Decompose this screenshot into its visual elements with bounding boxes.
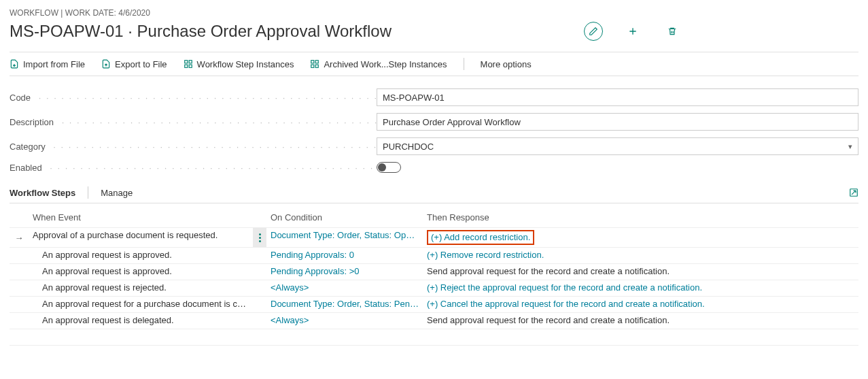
col-header-response[interactable]: Then Response — [423, 210, 858, 225]
category-value: PURCHDOC — [383, 142, 434, 152]
export-label: Export to File — [115, 59, 167, 69]
toolbar-separator — [464, 58, 464, 70]
enabled-label: Enabled — [10, 163, 377, 173]
workflow-steps-grid: When Event On Condition Then Response →A… — [10, 210, 858, 346]
svg-rect-4 — [311, 61, 314, 63]
table-row[interactable]: →Approval of a purchase document is requ… — [10, 228, 858, 248]
chevron-down-icon: ▾ — [848, 142, 852, 151]
row-menu — [253, 297, 266, 312]
table-row[interactable]: An approval request is approved.Pending … — [10, 248, 858, 264]
row-arrow-icon — [10, 280, 29, 296]
row-arrow-icon — [10, 313, 29, 329]
more-options-label: More options — [481, 59, 532, 69]
table-row-empty[interactable] — [10, 329, 858, 346]
svg-rect-3 — [189, 65, 192, 67]
archived-workflow-step-instances-action[interactable]: Archived Work...Step Instances — [310, 59, 447, 69]
event-cell[interactable]: Approval of a purchase document is reque… — [29, 228, 253, 247]
event-cell[interactable]: An approval request is rejected. — [29, 280, 253, 296]
response-cell[interactable]: (+) Add record restriction. — [423, 228, 858, 247]
code-input[interactable] — [377, 88, 858, 106]
code-label: Code — [10, 93, 377, 103]
response-cell[interactable]: Send approval request for the record and… — [423, 264, 858, 280]
description-label: Description — [10, 117, 377, 127]
new-button[interactable] — [623, 22, 642, 41]
svg-rect-1 — [189, 61, 192, 63]
edit-button[interactable] — [584, 22, 603, 41]
col-header-condition[interactable]: On Condition — [266, 210, 423, 225]
grid-icon — [184, 59, 193, 69]
svg-rect-6 — [311, 65, 314, 67]
row-arrow-icon — [10, 264, 29, 280]
event-cell[interactable]: An approval request is delegated. — [29, 313, 253, 329]
svg-rect-5 — [316, 61, 319, 63]
manage-action[interactable]: Manage — [101, 188, 133, 198]
archived-label: Archived Work...Step Instances — [324, 59, 447, 69]
enabled-toggle[interactable] — [377, 162, 401, 173]
workflow-step-instances-action[interactable]: Workflow Step Instances — [184, 59, 294, 69]
condition-cell[interactable]: Document Type: Order, Status: Open, ... — [266, 228, 423, 247]
page-title: MS-POAPW-01 · Purchase Order Approval Wo… — [10, 22, 392, 41]
condition-cell[interactable]: Pending Approvals: 0 — [266, 248, 423, 263]
event-cell[interactable]: An approval request is approved. — [29, 248, 253, 263]
row-menu[interactable] — [253, 228, 266, 247]
response-cell[interactable]: (+) Reject the approval request for the … — [423, 280, 858, 296]
expand-icon[interactable] — [849, 188, 858, 197]
row-arrow-icon: → — [10, 228, 29, 247]
section-title: Workflow Steps — [10, 188, 75, 198]
more-options-action[interactable]: More options — [481, 59, 532, 69]
condition-cell[interactable]: Pending Approvals: >0 — [266, 264, 423, 280]
export-to-file-action[interactable]: Export to File — [101, 59, 167, 69]
breadcrumb: WORKFLOW | WORK DATE: 4/6/2020 — [10, 8, 858, 18]
table-row[interactable]: An approval request is approved.Pending … — [10, 264, 858, 280]
section-separator — [88, 186, 88, 199]
response-cell[interactable]: Send approval request for the record and… — [423, 313, 858, 329]
category-select[interactable]: PURCHDOC ▾ — [377, 137, 858, 155]
response-cell[interactable]: (+) Remove record restriction. — [423, 248, 858, 263]
svg-rect-2 — [184, 65, 187, 67]
delete-button[interactable] — [663, 22, 682, 41]
response-cell[interactable]: (+) Cancel the approval request for the … — [423, 297, 858, 312]
table-row[interactable]: An approval request is rejected.<Always>… — [10, 280, 858, 297]
row-arrow-icon — [10, 248, 29, 263]
col-header-event[interactable]: When Event — [29, 210, 253, 225]
svg-rect-0 — [184, 61, 187, 63]
row-menu — [253, 264, 266, 280]
export-icon — [101, 59, 111, 69]
row-arrow-icon — [10, 297, 29, 312]
svg-rect-7 — [316, 65, 319, 67]
more-icon — [259, 233, 261, 242]
event-cell[interactable]: An approval request is approved. — [29, 264, 253, 280]
import-from-file-action[interactable]: Import from File — [10, 59, 85, 69]
table-row[interactable]: An approval request for a purchase docum… — [10, 297, 858, 313]
description-input[interactable] — [377, 113, 858, 131]
row-menu — [253, 313, 266, 329]
condition-cell[interactable]: <Always> — [266, 313, 423, 329]
import-label: Import from File — [23, 59, 85, 69]
row-menu — [253, 248, 266, 263]
table-row[interactable]: An approval request is delegated.<Always… — [10, 313, 858, 329]
condition-cell[interactable]: Document Type: Order, Status: Pendin... — [266, 297, 423, 312]
grid-icon — [310, 59, 319, 69]
condition-cell[interactable]: <Always> — [266, 280, 423, 296]
step-instances-label: Workflow Step Instances — [197, 59, 294, 69]
row-menu — [253, 280, 266, 296]
category-label: Category — [10, 142, 377, 152]
import-icon — [10, 59, 19, 69]
event-cell[interactable]: An approval request for a purchase docum… — [29, 297, 253, 312]
